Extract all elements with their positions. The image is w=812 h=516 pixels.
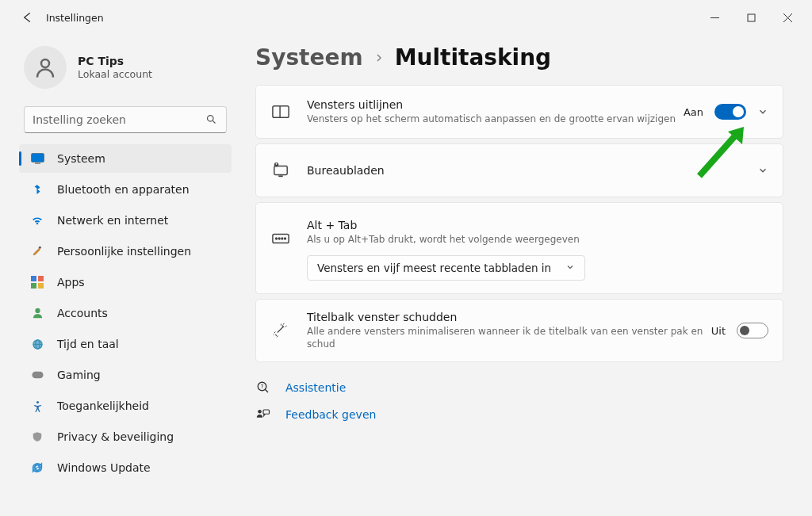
nav-label: Privacy & beveiliging — [57, 430, 174, 443]
card-alt-tab: Alt + Tab Als u op Alt+Tab drukt, wordt … — [255, 202, 783, 294]
nav-label: Toegankelijkheid — [57, 399, 149, 412]
nav-system[interactable]: Systeem — [19, 144, 232, 173]
gamepad-icon — [30, 368, 44, 382]
help-icon: ? — [255, 380, 271, 396]
svg-point-27 — [278, 238, 280, 239]
account-subtitle: Lokaal account — [78, 68, 152, 80]
svg-point-4 — [41, 59, 49, 67]
alt-tab-icon — [270, 233, 291, 244]
nav-label: Apps — [57, 276, 85, 289]
expand-chevron[interactable] — [757, 106, 768, 117]
svg-rect-7 — [31, 154, 44, 162]
svg-rect-20 — [273, 106, 289, 118]
desktops-icon — [270, 162, 291, 178]
nav-label: Tijd en taal — [57, 338, 119, 350]
nav-label: Accounts — [57, 307, 108, 319]
help-link[interactable]: ? Assistentie — [255, 380, 783, 396]
back-button[interactable] — [19, 10, 35, 25]
person-icon — [30, 306, 44, 320]
nav-label: Netwerk en internet — [57, 214, 168, 227]
toggle-state-label: Aan — [684, 106, 703, 118]
svg-rect-12 — [31, 283, 36, 289]
card-title: Bureaubladen — [307, 164, 746, 177]
minimize-button[interactable] — [696, 5, 733, 30]
svg-rect-11 — [38, 276, 44, 281]
svg-rect-22 — [274, 166, 287, 175]
main-content: Systeem Multitasking Vensters uitlijnen … — [238, 35, 806, 485]
search-input[interactable] — [33, 113, 201, 126]
titlebar: Instellingen — [0, 0, 812, 35]
maximize-button[interactable] — [733, 5, 769, 30]
search-box[interactable] — [24, 106, 227, 133]
card-title-bar-shake: Titelbalk venster schudden Alle andere v… — [255, 299, 783, 362]
card-title: Alt + Tab — [307, 219, 768, 231]
card-desktops[interactable]: Bureaubladen — [255, 143, 783, 197]
nav-accounts[interactable]: Accounts — [19, 299, 232, 327]
close-button[interactable] — [769, 5, 806, 30]
link-label: Feedback geven — [285, 408, 376, 421]
account-section[interactable]: PC Tips Lokaal account — [19, 38, 232, 106]
nav-accessibility[interactable]: Toegankelijkheid — [19, 392, 232, 420]
toggle-state-label: Uit — [711, 325, 726, 337]
svg-rect-10 — [31, 276, 36, 281]
svg-point-19 — [36, 400, 38, 403]
svg-text:?: ? — [261, 384, 264, 390]
nav-windows-update[interactable]: Windows Update — [19, 453, 232, 482]
account-name: PC Tips — [78, 55, 152, 67]
breadcrumb-parent[interactable]: Systeem — [255, 44, 363, 71]
shake-icon — [270, 323, 291, 338]
expand-chevron[interactable] — [757, 165, 768, 176]
wifi-icon — [30, 213, 44, 227]
card-subtitle: Als u op Alt+Tab drukt, wordt het volgen… — [307, 233, 768, 246]
feedback-link[interactable]: Feedback geven — [255, 407, 783, 422]
card-title: Titelbalk venster schudden — [307, 311, 711, 323]
svg-rect-8 — [35, 163, 40, 164]
nav-privacy[interactable]: Privacy & beveiliging — [19, 422, 232, 451]
shake-toggle[interactable] — [737, 323, 768, 338]
svg-rect-18 — [32, 372, 43, 379]
svg-point-26 — [276, 238, 278, 239]
snap-layout-icon — [270, 105, 291, 119]
avatar — [24, 46, 67, 89]
bluetooth-icon — [30, 182, 44, 197]
breadcrumb-current: Multitasking — [395, 44, 552, 71]
card-snap-windows[interactable]: Vensters uitlijnen Vensters op het scher… — [255, 85, 783, 139]
svg-point-5 — [208, 116, 214, 122]
svg-rect-1 — [748, 14, 755, 21]
nav-gaming[interactable]: Gaming — [19, 361, 232, 389]
nav-network[interactable]: Netwerk en internet — [19, 206, 232, 235]
link-label: Assistentie — [285, 381, 346, 394]
breadcrumb: Systeem Multitasking — [255, 44, 783, 71]
svg-point-14 — [35, 308, 40, 313]
nav-personalization[interactable]: Persoonlijke instellingen — [19, 237, 232, 266]
search-icon — [205, 113, 218, 126]
svg-point-33 — [258, 410, 262, 414]
chevron-down-icon — [565, 262, 575, 274]
svg-point-28 — [282, 238, 283, 239]
svg-rect-34 — [263, 410, 270, 414]
svg-rect-13 — [38, 283, 44, 289]
apps-icon — [30, 275, 44, 289]
nav-apps[interactable]: Apps — [19, 268, 232, 296]
shield-icon — [30, 430, 44, 444]
dropdown-value: Vensters en vijf meest recente tabbladen… — [317, 262, 551, 274]
feedback-icon — [255, 407, 271, 422]
nav-label: Windows Update — [57, 461, 151, 474]
card-subtitle: Vensters op het scherm automatisch aanpa… — [307, 113, 684, 125]
monitor-icon — [30, 151, 44, 166]
nav-label: Gaming — [57, 369, 101, 381]
alt-tab-dropdown[interactable]: Vensters en vijf meest recente tabbladen… — [307, 255, 585, 281]
sidebar: PC Tips Lokaal account Systeem Bluetoo — [13, 35, 238, 485]
svg-point-29 — [285, 238, 286, 239]
help-links: ? Assistentie Feedback geven — [255, 380, 783, 422]
nav-time-language[interactable]: Tijd en taal — [19, 330, 232, 358]
nav-list: Systeem Bluetooth en apparaten Netwerk e… — [19, 144, 232, 482]
chevron-right-icon — [374, 49, 384, 66]
nav-label: Systeem — [57, 152, 105, 165]
nav-bluetooth[interactable]: Bluetooth en apparaten — [19, 175, 232, 204]
snap-windows-toggle[interactable] — [714, 104, 746, 120]
nav-label: Persoonlijke instellingen — [57, 245, 191, 258]
update-icon — [30, 461, 44, 475]
card-title: Vensters uitlijnen — [307, 98, 684, 111]
nav-label: Bluetooth en apparaten — [57, 183, 190, 196]
